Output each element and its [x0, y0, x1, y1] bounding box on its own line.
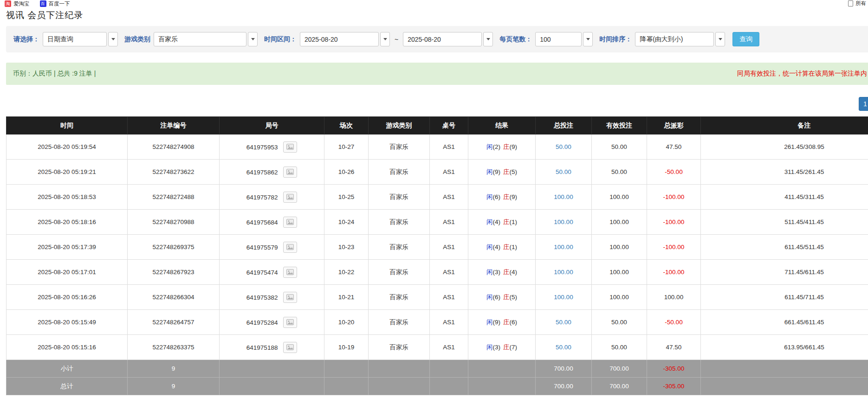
same-round-notice-text: 同局有效投注，统一计算在该局第一张注单内 — [737, 70, 867, 78]
round-cell: 641975862 — [220, 160, 324, 185]
round-replay-button[interactable] — [283, 217, 297, 228]
filter-bar: 请选择： 游戏类别 时间区间： ~ 每页笔数： 时间排序： — [6, 26, 868, 52]
table-row: 2025-08-20 05:15:49 522748264757 6419752… — [6, 310, 868, 335]
time-cell: 2025-08-20 05:15:16 — [6, 335, 128, 360]
total-bet-link[interactable]: 50.00 — [556, 319, 571, 326]
table-row: 2025-08-20 05:16:26 522748266304 6419753… — [6, 285, 868, 310]
sort-order-input[interactable] — [635, 32, 714, 46]
banker-result: 庄 — [503, 269, 510, 276]
page-1-button[interactable]: 1 — [859, 97, 868, 111]
payout-cell: 47.50 — [647, 335, 701, 360]
time-cell: 2025-08-20 05:19:54 — [6, 135, 128, 160]
round-replay-button[interactable] — [283, 267, 297, 278]
date-range-separator: ~ — [395, 36, 398, 43]
remark-cell: 661.45/611.45 — [701, 310, 868, 335]
bookmark-baidu[interactable]: 百 百度一下 — [40, 0, 70, 7]
table-no-cell: AS1 — [430, 185, 468, 210]
total-bet-link[interactable]: 50.00 — [556, 344, 571, 351]
total-bet-cell: 100.00 — [536, 210, 592, 235]
replay-icon — [286, 269, 294, 275]
round-replay-button[interactable] — [283, 242, 297, 253]
player-score: (3) — [493, 344, 501, 351]
sort-order-combo — [635, 32, 725, 46]
round-replay-button[interactable] — [283, 167, 297, 178]
total-bet-link[interactable]: 100.00 — [554, 269, 573, 276]
result-cell: 闲(4)庄(1) — [468, 235, 536, 260]
bet-id-cell: 522748267923 — [128, 260, 220, 285]
remark-cell: 411.45/311.45 — [701, 185, 868, 210]
table-row: 2025-08-20 05:17:01 522748267923 6419754… — [6, 260, 868, 285]
bookmarks-all-label: 所有 — [855, 0, 866, 7]
round-id: 641975188 — [246, 344, 278, 351]
round-replay-button[interactable] — [283, 317, 297, 328]
page-size-combo — [535, 32, 593, 46]
banker-score: (7) — [510, 344, 518, 351]
round-id: 641975579 — [246, 244, 278, 250]
replay-icon — [286, 194, 294, 200]
page-size-input[interactable] — [535, 32, 582, 46]
replay-icon — [286, 344, 294, 350]
total-bet-cell: 50.00 — [536, 335, 592, 360]
bet-id-cell: 522748269375 — [128, 235, 220, 260]
total-bet-link[interactable]: 100.00 — [554, 244, 573, 250]
total-bet-cell: 50.00 — [536, 160, 592, 185]
subtotal-valid-bet: 700.00 — [592, 360, 647, 378]
subtotal-total-bet: 700.00 — [536, 360, 592, 378]
game-type-input[interactable] — [154, 32, 246, 46]
replay-icon — [286, 144, 294, 150]
total-bet-cell: 100.00 — [536, 235, 592, 260]
date-to-dropdown-button[interactable] — [483, 32, 493, 46]
grand-total-label: 总计 — [6, 378, 128, 395]
banker-result: 庄 — [503, 168, 510, 175]
date-from-dropdown-button[interactable] — [380, 32, 390, 46]
game-type-dropdown-button[interactable] — [248, 32, 258, 46]
page-content: 视讯 会员下注纪录 请选择： 游戏类别 时间区间： ~ 每页笔数： 时间排序： — [0, 9, 868, 395]
grand-total-count: 9 — [128, 378, 220, 395]
time-cell: 2025-08-20 05:18:53 — [6, 185, 128, 210]
remark-cell: 611.45/711.45 — [701, 285, 868, 310]
table-row: 2025-08-20 05:15:16 522748263375 6419751… — [6, 335, 868, 360]
select-type-input[interactable] — [43, 32, 107, 46]
time-cell: 2025-08-20 05:15:49 — [6, 310, 128, 335]
page-size-dropdown-button[interactable] — [583, 32, 593, 46]
round-replay-button[interactable] — [283, 292, 297, 303]
replay-icon — [286, 244, 294, 250]
bet-id-cell: 522748263375 — [128, 335, 220, 360]
total-bet-link[interactable]: 100.00 — [554, 218, 573, 225]
banker-score: (1) — [510, 218, 518, 225]
game-type-label: 游戏类别 — [124, 35, 150, 44]
payout-cell: 47.50 — [647, 135, 701, 160]
query-button[interactable]: 查询 — [732, 32, 759, 46]
bookmark-aitaobao[interactable]: 淘 爱淘宝 — [5, 0, 30, 7]
col-header-table-no: 桌号 — [430, 117, 468, 135]
chevron-down-icon — [719, 38, 722, 40]
round-replay-button[interactable] — [283, 192, 297, 203]
col-header-valid-bet: 有效投注 — [592, 117, 647, 135]
game-type-cell: 百家乐 — [369, 335, 430, 360]
banker-result: 庄 — [503, 218, 510, 225]
total-bet-link[interactable]: 100.00 — [554, 294, 573, 301]
total-bet-link[interactable]: 50.00 — [556, 168, 571, 175]
remark-cell: 261.45/308.95 — [701, 135, 868, 160]
date-from-input[interactable] — [300, 32, 379, 46]
select-type-dropdown-button[interactable] — [108, 32, 118, 46]
summary-bar: 币别：人民币 | 总共 :9 注单 | 同局有效投注，统一计算在该局第一张注单内 — [6, 63, 868, 85]
replay-icon — [286, 319, 294, 325]
grand-total-row: 总计 9 700.00 700.00 -305.00 — [6, 378, 868, 395]
total-bet-link[interactable]: 50.00 — [556, 143, 571, 150]
sort-order-label: 时间排序： — [599, 35, 632, 44]
bet-id-cell: 522748270988 — [128, 210, 220, 235]
round-id: 641975474 — [246, 269, 278, 276]
total-bet-cell: 50.00 — [536, 310, 592, 335]
round-replay-button[interactable] — [283, 342, 297, 353]
sort-order-dropdown-button[interactable] — [715, 32, 725, 46]
date-to-input[interactable] — [403, 32, 482, 46]
bookmarks-all-button[interactable]: 所有 — [848, 0, 866, 7]
round-replay-button[interactable] — [283, 141, 297, 153]
banker-result: 庄 — [503, 344, 510, 351]
player-score: (9) — [493, 319, 501, 326]
table-row: 2025-08-20 05:19:54 522748274908 6419759… — [6, 135, 868, 160]
total-bet-link[interactable]: 100.00 — [554, 193, 573, 200]
round-id: 641975953 — [246, 143, 278, 150]
round-id: 641975862 — [246, 168, 278, 175]
